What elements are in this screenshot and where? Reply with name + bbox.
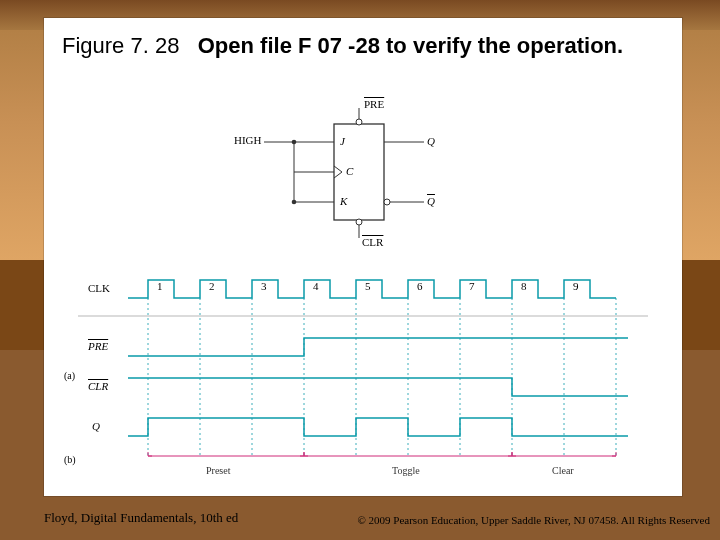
clk-num: 8 [521, 280, 527, 292]
svg-point-10 [292, 200, 297, 205]
clk-num: 4 [313, 280, 319, 292]
label-j: J [340, 135, 345, 147]
timing-svg [78, 268, 648, 478]
label-qbar: Q [427, 195, 435, 207]
clk-num: 5 [365, 280, 371, 292]
label-c: C [346, 165, 353, 177]
jk-flipflop-schematic: HIGH PRE CLR J C K Q Q [224, 102, 504, 252]
figure-caption: Figure 7. 28 Open file F 07 -28 to verif… [62, 32, 664, 60]
clk-num: 2 [209, 280, 215, 292]
row-label-clr: CLR [88, 380, 108, 392]
figure-number: Figure 7. 28 [62, 33, 179, 58]
region-toggle: Toggle [392, 465, 420, 476]
clk-num: 7 [469, 280, 475, 292]
svg-point-13 [384, 199, 390, 205]
clk-num: 3 [261, 280, 267, 292]
row-label-pre: PRE [88, 340, 108, 352]
figure-title: Open file F 07 -28 to verify the operati… [198, 33, 623, 58]
label-clr: CLR [362, 236, 383, 248]
label-pre: PRE [364, 98, 384, 110]
label-q: Q [427, 135, 435, 147]
region-clear: Clear [552, 465, 574, 476]
region-preset: Preset [206, 465, 230, 476]
row-label-q: Q [92, 420, 100, 432]
clk-num: 1 [157, 280, 163, 292]
slide-footer: Floyd, Digital Fundamentals, 10th ed © 2… [0, 496, 720, 540]
label-high: HIGH [234, 134, 262, 146]
svg-point-1 [356, 119, 362, 125]
label-k: K [340, 195, 347, 207]
footer-left: Floyd, Digital Fundamentals, 10th ed [44, 510, 238, 526]
schematic-svg [224, 102, 504, 252]
timing-diagram: CLK PRE CLR Q (a) (b) 1 2 3 4 5 6 7 8 9 … [78, 268, 648, 478]
clk-num: 9 [573, 280, 579, 292]
side-label-b: (b) [64, 454, 76, 465]
row-label-clk: CLK [88, 282, 110, 294]
clk-num: 6 [417, 280, 423, 292]
svg-point-3 [356, 219, 362, 225]
slide-card: Figure 7. 28 Open file F 07 -28 to verif… [44, 18, 682, 496]
footer-right: © 2009 Pearson Education, Upper Saddle R… [357, 514, 710, 526]
side-label-a: (a) [64, 370, 75, 381]
